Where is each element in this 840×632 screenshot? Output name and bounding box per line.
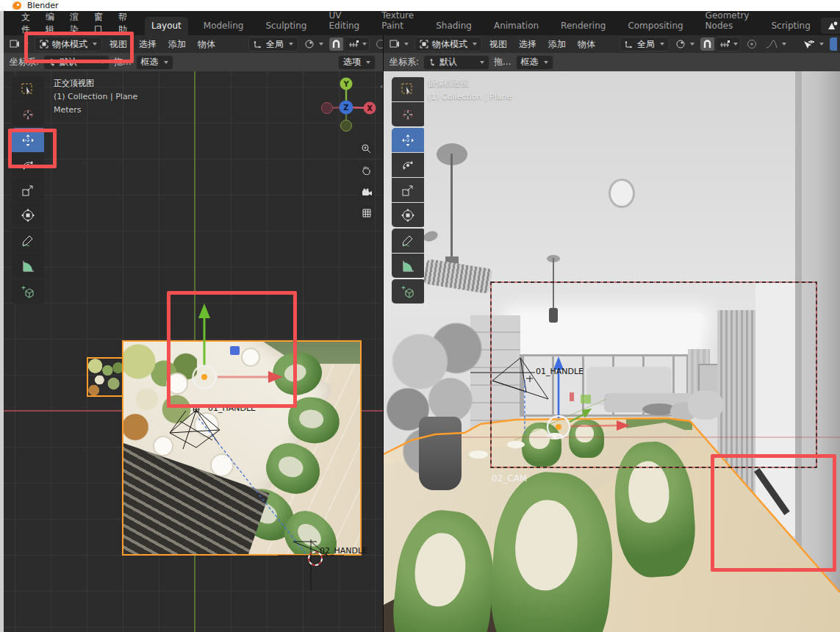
pendant-head-2	[549, 308, 558, 323]
tool-rotate[interactable]	[392, 153, 424, 177]
snap-target-dropdown[interactable]	[717, 37, 741, 51]
tab-layout[interactable]: Layout	[145, 17, 188, 35]
object-visibility-dropdown[interactable]	[800, 37, 827, 51]
drag-label[interactable]: 拖...	[494, 56, 511, 68]
units-label: Meters	[54, 104, 137, 117]
svg-text:Y: Y	[342, 80, 349, 88]
tool-scale[interactable]	[12, 178, 44, 202]
tool-scale[interactable]	[392, 178, 424, 202]
tab-sculpting[interactable]: Sculpting	[259, 17, 313, 35]
workspace-tabs: Layout Modeling Sculpting UV Editing Tex…	[145, 7, 840, 35]
toolbar-left	[12, 77, 46, 304]
select-mode-dropdown[interactable]: 框选	[136, 55, 173, 70]
mode-dropdown[interactable]: 物体模式	[414, 37, 482, 51]
pendant-tube-light	[423, 259, 492, 294]
menu-view[interactable]: 视图	[485, 38, 511, 51]
tool-annotate[interactable]	[12, 229, 44, 253]
pan-button[interactable]	[358, 162, 374, 178]
snap-target-dropdown[interactable]	[346, 37, 370, 51]
viewport-right-toolsettings: 坐标系: 默认 拖... 框选	[384, 53, 840, 71]
coord-label: 坐标系:	[390, 56, 419, 68]
toolbar-right	[392, 77, 426, 304]
proportional-edit-toggle-clipped[interactable]	[373, 37, 383, 51]
pendant-rod-2	[553, 258, 554, 309]
tool-select-box[interactable]	[12, 77, 44, 101]
tab-animation[interactable]: Animation	[487, 17, 545, 35]
tool-move[interactable]	[392, 128, 424, 152]
tool-measure[interactable]	[392, 254, 424, 278]
gizmo-axis-x-neg	[322, 103, 333, 114]
menu-object[interactable]: 物体	[193, 38, 220, 51]
window-title: Blender	[27, 1, 59, 10]
annotation-rect-gizmo	[167, 291, 297, 408]
ceiling-cove	[506, 314, 703, 358]
breadcrumb: (1) Collection | Plane	[54, 90, 137, 104]
tab-geometry-nodes[interactable]: Geometry Nodes	[699, 7, 756, 35]
tool-add-primitive[interactable]	[12, 279, 44, 304]
viewport-right-header: 物体模式 视图 选择 添加 物体 全局	[384, 35, 840, 53]
svg-text:Z: Z	[343, 104, 348, 112]
plant-vase	[419, 417, 462, 490]
editor-type-dropdown[interactable]	[387, 37, 412, 51]
plane-texture-notch[interactable]	[87, 357, 123, 397]
svg-text:X: X	[367, 104, 373, 112]
snap-toggle[interactable]	[329, 37, 343, 51]
zoom-button[interactable]	[358, 140, 374, 157]
camera-view-button[interactable]	[359, 184, 375, 201]
proportional-edit-toggle[interactable]	[744, 37, 760, 51]
pendant-rod	[450, 154, 453, 258]
tab-rendering[interactable]: Rendering	[554, 17, 612, 35]
tool-transform[interactable]	[392, 203, 424, 227]
menu-object[interactable]: 物体	[573, 38, 600, 51]
ceiling-vent	[609, 179, 635, 208]
window-left-border	[0, 11, 4, 632]
annotation-rect-floor-corner	[711, 454, 836, 572]
view-name-label: 摄像机透视 (1) Collection | Plane	[428, 77, 511, 104]
annotation-rect-mode-dropdown	[24, 32, 134, 63]
tool-cursor[interactable]	[392, 102, 424, 126]
view-name-label: 正交顶视图 (1) Collection | Plane Meters	[54, 77, 137, 117]
tool-transform[interactable]	[12, 203, 44, 227]
gizmo-axis-y-neg	[341, 121, 352, 132]
coord-system-dropdown[interactable]: 默认	[423, 55, 489, 70]
tool-annotate[interactable]	[392, 229, 424, 253]
viewport-splitter[interactable]	[383, 35, 384, 632]
tool-add-primitive[interactable]	[392, 279, 424, 304]
proportional-falloff-dropdown[interactable]	[763, 37, 789, 51]
navigation-gizmo[interactable]: Y Z X ‹	[312, 71, 383, 229]
tool-select-box[interactable]	[392, 77, 424, 101]
menu-select[interactable]: 选择	[134, 38, 161, 51]
blender-window: Blender 文件 编辑 渲染 窗口 帮助 Layout Modeling S…	[0, 0, 840, 632]
annotation-rect-move-tool	[8, 129, 57, 168]
scene-selector[interactable]	[821, 18, 840, 34]
gizmo-toggle-clipped[interactable]	[830, 37, 837, 51]
select-mode-dropdown[interactable]: 框选	[516, 55, 553, 70]
pivot-point-dropdown[interactable]	[301, 37, 326, 51]
menu-select[interactable]: 选择	[514, 38, 541, 51]
menu-add[interactable]: 添加	[544, 38, 570, 51]
chair-far	[522, 423, 561, 467]
breadcrumb: (1) Collection | Plane	[428, 90, 511, 104]
transform-orientation-dropdown[interactable]: 全局	[248, 37, 298, 51]
tab-uv-editing[interactable]: UV Editing	[322, 7, 366, 35]
transform-orientation-dropdown[interactable]: 全局	[620, 37, 670, 51]
armchair	[688, 390, 723, 420]
ortho-toggle-button[interactable]	[359, 205, 375, 221]
snap-toggle[interactable]	[700, 37, 714, 51]
blender-logo-icon	[13, 1, 21, 10]
tool-cursor[interactable]	[12, 102, 44, 126]
tab-compositing[interactable]: Compositing	[621, 17, 689, 35]
pivot-point-dropdown[interactable]	[672, 37, 697, 51]
tab-scripting[interactable]: Scripting	[764, 17, 816, 35]
tool-measure[interactable]	[12, 254, 44, 278]
chair-far	[569, 420, 604, 458]
menu-add[interactable]: 添加	[164, 38, 190, 51]
tab-shading[interactable]: Shading	[429, 17, 478, 35]
options-dropdown[interactable]: 选项	[338, 55, 376, 70]
tab-texture-paint[interactable]: Texture Paint	[375, 7, 420, 35]
tab-modeling[interactable]: Modeling	[197, 17, 251, 35]
